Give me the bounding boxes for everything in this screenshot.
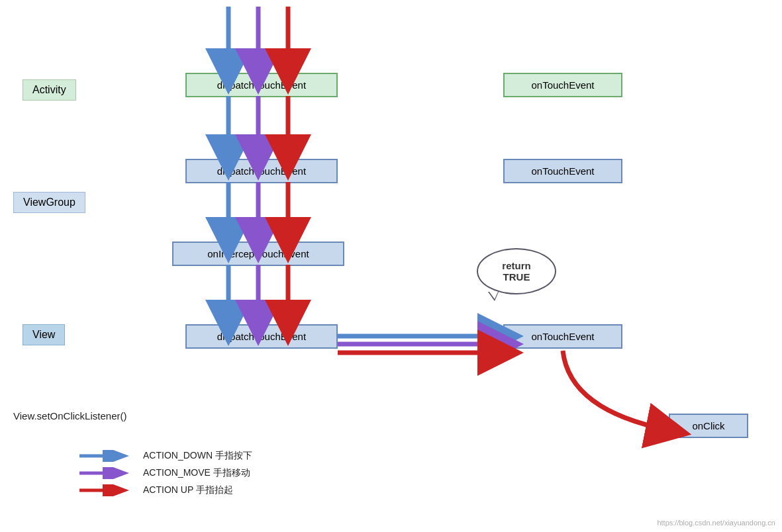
return-true-bubble: return TRUE [477, 248, 563, 301]
on-touch-event-viewgroup: onTouchEvent [503, 159, 622, 183]
label-activity: Activity [23, 79, 76, 101]
dispatch-touch-event-viewgroup: dispatchTouchEvent [185, 159, 338, 183]
on-touch-event-activity: onTouchEvent [503, 73, 622, 97]
legend-arrow-move [79, 467, 132, 479]
watermark: https://blog.csdn.net/xiayuandong.cn [657, 519, 775, 527]
diagram-container: Activity ViewGroup View dispatchTouchEve… [0, 0, 782, 532]
dispatch-touch-event-view: dispatchTouchEvent [185, 324, 338, 349]
legend-item-move: ACTION_MOVE 手指移动 [79, 467, 252, 479]
label-view: View [23, 324, 65, 345]
click-listener-label: View.setOnClickListener() [13, 410, 126, 421]
legend-arrow-down [79, 450, 132, 462]
on-intercept-touch-event: onInterceptTouchEvent [172, 242, 344, 266]
on-click: onClick [669, 414, 748, 438]
on-touch-event-view: onTouchEvent [503, 324, 622, 349]
legend-arrow-up [79, 484, 132, 496]
label-viewgroup: ViewGroup [13, 192, 85, 213]
legend: ACTION_DOWN 手指按下 ACTION_MOVE 手指移动 [79, 450, 252, 502]
dispatch-touch-event-activity: dispatchTouchEvent [185, 73, 338, 97]
legend-item-down: ACTION_DOWN 手指按下 [79, 450, 252, 462]
legend-item-up: ACTION UP 手指抬起 [79, 484, 252, 496]
